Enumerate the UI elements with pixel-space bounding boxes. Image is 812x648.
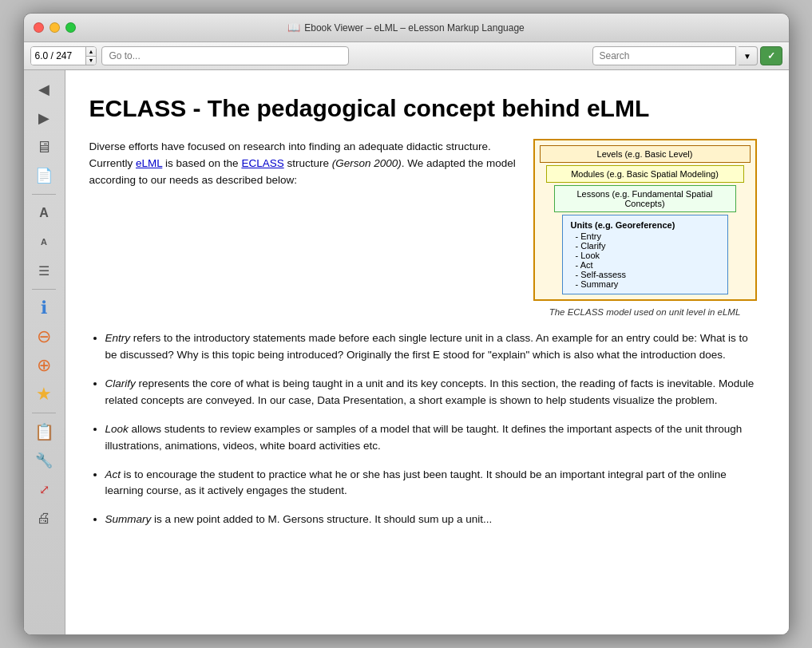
forward-circle-button[interactable]: ⊕	[30, 353, 58, 378]
gerson-ref: (Gerson 2000)	[332, 157, 402, 169]
main-area: ◀ ▶ 🖥 📄 A A ☰ ℹ	[24, 70, 789, 634]
bullet-summary-term: Summary	[105, 513, 152, 525]
forward-arrow-icon: ▶	[38, 109, 50, 127]
content-area[interactable]: ECLASS - The pedagogical concept behind …	[65, 70, 789, 634]
search-go-button[interactable]: ✓	[760, 46, 782, 65]
page-decrement-button[interactable]: ▼	[86, 57, 97, 65]
document-button[interactable]: 📄	[30, 163, 58, 188]
sidebar: ◀ ▶ 🖥 📄 A A ☰ ℹ	[24, 70, 65, 634]
intro-section: Diverse efforts have focused on research…	[89, 139, 757, 317]
eclass-link[interactable]: ECLASS	[241, 157, 283, 169]
star-icon: ★	[36, 384, 52, 405]
sidebar-divider-2	[32, 289, 56, 290]
unit-item-clarify: Clarify	[576, 241, 719, 251]
monitor-icon: 🖥	[36, 138, 52, 156]
wrench-icon: 🔧	[35, 452, 53, 469]
goto-input[interactable]	[101, 46, 349, 65]
search-dropdown-button[interactable]: ▼	[739, 46, 758, 65]
printer-icon: 🖨	[37, 510, 51, 527]
unit-item-self-assess: Self-assess	[576, 270, 719, 279]
minimize-button[interactable]	[50, 22, 60, 33]
unit-item-summary: Summary	[576, 279, 719, 289]
bullet-act-term: Act	[105, 468, 121, 480]
back-circle-button[interactable]: ⊖	[30, 324, 58, 350]
forward-circle-icon: ⊕	[37, 355, 51, 376]
print-button[interactable]: 🖨	[30, 505, 58, 531]
page-input[interactable]	[31, 47, 85, 65]
page-stepper: ▲ ▼	[85, 47, 97, 65]
elml-link[interactable]: eLML	[136, 157, 162, 169]
diagram-lesson-label: Lessons (e.g. Fundamental Spatial Concep…	[554, 185, 736, 212]
page-title: ECLASS - The pedagogical concept behind …	[89, 94, 757, 123]
intro-text-col: Diverse efforts have focused on research…	[89, 139, 517, 317]
font-larger-button[interactable]: A	[30, 200, 58, 226]
list-doc-icon: 📋	[34, 422, 54, 441]
diagram-module-label: Modules (e.g. Basic Spatial Modeling)	[546, 165, 744, 183]
window-icon: 📖	[287, 22, 300, 34]
info-icon: ℹ	[41, 298, 47, 318]
page-navigation: ▲ ▼	[30, 46, 97, 65]
resize-icon: ⤢	[39, 482, 50, 497]
page-increment-button[interactable]: ▲	[86, 47, 97, 57]
diagram-units: Units (e.g. Georeference) Entry Clarify …	[562, 215, 728, 294]
application-window: 📖 Ebook Viewer – eLML – eLesson Markup L…	[23, 13, 790, 635]
diagram-caption: The ECLASS model used on unit level in e…	[533, 307, 757, 317]
sidebar-divider-1	[32, 194, 56, 195]
bullet-act: Act is to encourage the student to pract…	[105, 466, 757, 500]
bullet-summary: Summary is a new point added to M. Gerso…	[105, 511, 757, 528]
lines-icon: ☰	[38, 263, 50, 279]
unit-item-entry: Entry	[576, 231, 719, 241]
bullet-look: Look allows students to review examples …	[105, 421, 757, 455]
bullet-entry: Entry refers to the introductory stateme…	[105, 330, 757, 364]
close-button[interactable]	[34, 22, 44, 33]
wrench-button[interactable]: 🔧	[30, 448, 58, 473]
title-bar: 📖 Ebook Viewer – eLML – eLesson Markup L…	[24, 14, 789, 42]
bookmark-button[interactable]: ★	[30, 381, 58, 407]
maximize-button[interactable]	[65, 22, 76, 33]
diagram-unit-list: Entry Clarify Look Act Self-assess Summa…	[571, 231, 719, 289]
resize-button[interactable]: ⤢	[30, 476, 58, 502]
diagram-level-label: Levels (e.g. Basic Level)	[540, 145, 751, 163]
toolbar: ▲ ▼ ▼ ✓	[24, 42, 789, 70]
list-doc-button[interactable]: 📋	[30, 419, 58, 445]
forward-arrow-button[interactable]: ▶	[30, 105, 58, 131]
window-title: 📖 Ebook Viewer – eLML – eLesson Markup L…	[287, 22, 525, 34]
document-icon: 📄	[35, 167, 53, 184]
eclass-diagram: Levels (e.g. Basic Level) Modules (e.g. …	[533, 139, 757, 301]
back-arrow-button[interactable]: ◀	[30, 77, 58, 102]
search-group: ▼ ✓	[592, 46, 782, 65]
bullet-list: Entry refers to the introductory stateme…	[89, 330, 757, 528]
unit-item-look: Look	[576, 251, 719, 260]
search-go-icon: ✓	[767, 50, 775, 61]
bullet-clarify: Clarify represents the core of what is b…	[105, 375, 757, 409]
bullet-clarify-term: Clarify	[105, 377, 136, 389]
traffic-lights	[34, 22, 76, 33]
search-input[interactable]	[592, 46, 736, 65]
sidebar-divider-3	[32, 413, 56, 413]
font-larger-icon: A	[39, 206, 49, 220]
font-smaller-icon: A	[41, 237, 47, 247]
back-arrow-icon: ◀	[38, 81, 50, 98]
bullet-look-term: Look	[105, 423, 129, 435]
unit-item-act: Act	[576, 260, 719, 270]
eclass-diagram-col: Levels (e.g. Basic Level) Modules (e.g. …	[533, 139, 757, 317]
info-button[interactable]: ℹ	[30, 295, 58, 321]
monitor-button[interactable]: 🖥	[30, 134, 58, 160]
font-smaller-button[interactable]: A	[30, 229, 58, 255]
intro-paragraph: Diverse efforts have focused on research…	[89, 139, 517, 189]
back-circle-icon: ⊖	[37, 326, 51, 347]
bullet-entry-term: Entry	[105, 332, 131, 344]
diagram-unit-title: Units (e.g. Georeference)	[571, 220, 719, 230]
lines-button[interactable]: ☰	[30, 258, 58, 283]
